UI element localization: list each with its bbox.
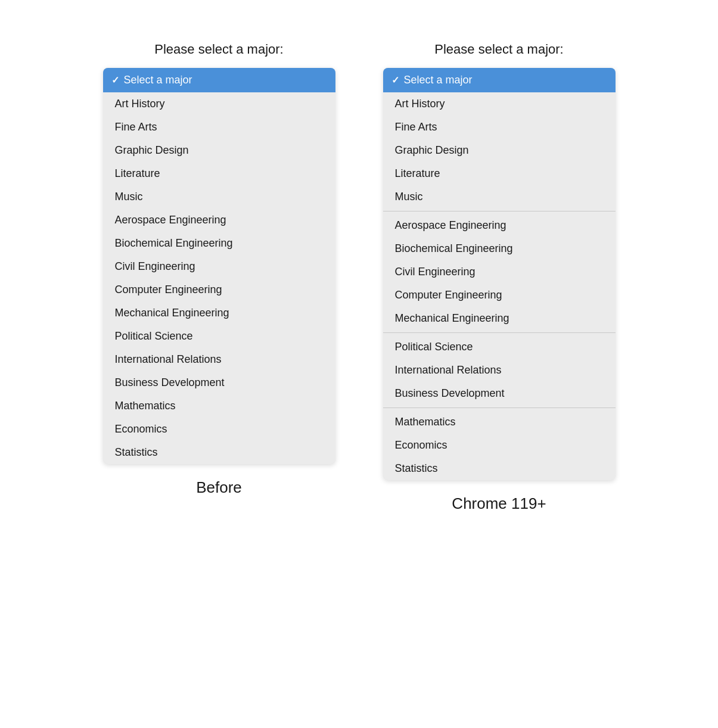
list-item[interactable]: Political Science [103, 325, 335, 348]
list-item[interactable]: Mathematics [103, 394, 335, 418]
list-item[interactable]: Literature [103, 162, 335, 185]
list-item[interactable]: Music [383, 185, 616, 209]
before-selected-text: Select a major [124, 74, 192, 86]
list-item[interactable]: Art History [383, 92, 616, 116]
after-dropdown-list: Art HistoryFine ArtsGraphic DesignLitera… [383, 92, 616, 480]
list-item[interactable]: Art History [103, 92, 335, 116]
list-item[interactable]: Graphic Design [103, 139, 335, 162]
list-item[interactable]: Civil Engineering [103, 255, 335, 278]
list-item[interactable]: Aerospace Engineering [103, 209, 335, 232]
list-item[interactable]: Graphic Design [383, 139, 616, 162]
list-item[interactable]: Mechanical Engineering [103, 301, 335, 325]
after-selected-text: Select a major [404, 74, 473, 86]
before-selected-option[interactable]: ✓ Select a major [103, 68, 335, 92]
list-item[interactable]: Business Development [383, 382, 616, 405]
after-label: Please select a major: [434, 42, 563, 57]
page-container: Please select a major: ✓ Select a major … [12, 24, 706, 513]
list-item[interactable]: Economics [103, 418, 335, 441]
after-column: Please select a major: ✓ Select a major … [383, 42, 616, 513]
list-item[interactable]: Fine Arts [103, 116, 335, 139]
list-item[interactable]: Mechanical Engineering [383, 307, 616, 330]
group-divider [383, 332, 616, 333]
after-dropdown[interactable]: ✓ Select a major Art HistoryFine ArtsGra… [383, 68, 616, 480]
list-item[interactable]: Music [103, 185, 335, 209]
before-dropdown[interactable]: ✓ Select a major Art HistoryFine ArtsGra… [103, 68, 335, 464]
list-item[interactable]: Fine Arts [383, 116, 616, 139]
list-item[interactable]: Computer Engineering [103, 278, 335, 301]
before-column: Please select a major: ✓ Select a major … [103, 42, 335, 497]
list-item[interactable]: Mathematics [383, 410, 616, 434]
after-selected-option[interactable]: ✓ Select a major [383, 68, 616, 92]
list-item[interactable]: International Relations [383, 359, 616, 382]
list-item[interactable]: Computer Engineering [383, 284, 616, 307]
before-dropdown-list: Art HistoryFine ArtsGraphic DesignLitera… [103, 92, 335, 464]
before-footer: Before [196, 478, 242, 497]
after-footer: Chrome 119+ [452, 494, 546, 513]
list-item[interactable]: Literature [383, 162, 616, 185]
list-item[interactable]: Biochemical Engineering [103, 232, 335, 255]
group-divider [383, 211, 616, 211]
list-item[interactable]: Political Science [383, 335, 616, 359]
after-checkmark-icon: ✓ [391, 74, 399, 86]
before-checkmark-icon: ✓ [111, 74, 119, 86]
list-item[interactable]: Aerospace Engineering [383, 214, 616, 237]
list-item[interactable]: Statistics [383, 457, 616, 480]
list-item[interactable]: Economics [383, 434, 616, 457]
list-item[interactable]: Civil Engineering [383, 260, 616, 284]
list-item[interactable]: Biochemical Engineering [383, 237, 616, 260]
before-label: Please select a major: [154, 42, 283, 57]
list-item[interactable]: Business Development [103, 371, 335, 394]
group-divider [383, 407, 616, 408]
list-item[interactable]: International Relations [103, 348, 335, 371]
list-item[interactable]: Statistics [103, 441, 335, 464]
